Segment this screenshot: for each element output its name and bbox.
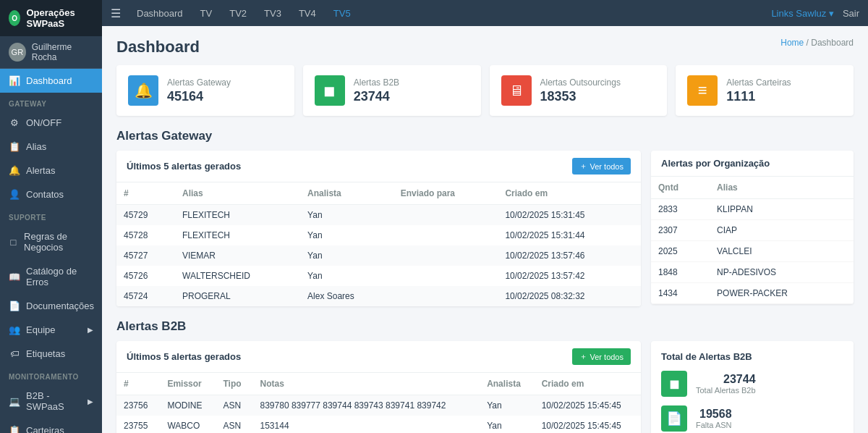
sidebar-item-alias[interactable]: 📋 Alias [0, 135, 102, 159]
stat-value-gateway: 45164 [167, 89, 231, 104]
cell-analista: Yan [300, 225, 393, 245]
org-qntd: 1434 [651, 283, 710, 304]
sidebar-user: GR Guilherme Rocha [0, 36, 102, 69]
sidebar-item-onoff[interactable]: ⚙ ON/OFF [0, 111, 102, 135]
sidebar-item-contatos[interactable]: 👤 Contatos [0, 182, 102, 206]
org-alias: VALCLEI [710, 241, 854, 262]
stat-info-gateway: Alertas Gateway 45164 [167, 77, 231, 104]
cell-criado: 10/02/2025 15:31:44 [498, 225, 641, 245]
stat-icon-gateway: 🔔 [128, 75, 158, 106]
topnav-tv4[interactable]: TV4 [292, 4, 323, 23]
gateway-alerts-card: Últimos 5 alertas gerados ＋ Ver todos # … [116, 151, 641, 306]
breadcrumb: Home / Dashboard [780, 38, 854, 48]
cell-b2b-criado: 10/02/2025 15:45:45 [535, 395, 641, 416]
org-alias: CIAP [710, 220, 854, 241]
cell-criado: 10/02/2025 08:32:32 [498, 286, 641, 306]
cell-b2b-emissor: WABCO [160, 416, 216, 433]
stat-value-carteiras: 1111 [726, 89, 791, 104]
stat-info-carteiras: Alertas Carteiras 1111 [726, 77, 791, 104]
sidebar: O Operações SWPaaS GR Guilherme Rocha 📊 … [0, 0, 102, 433]
sidebar-item-carteiras[interactable]: 📋 Carteiras [0, 419, 102, 433]
documentacoes-icon: 📄 [9, 300, 20, 311]
stat-card-outsourcings: 🖥 Alertas Outsourcings 18353 [490, 65, 668, 116]
sidebar-b2b-label: B2B - SWPaaS [26, 390, 82, 412]
equipe-icon: 👥 [9, 324, 20, 335]
col-alias: Alias [175, 182, 300, 205]
stat-card-carteiras: ≡ Alertas Carteiras 1111 [676, 65, 854, 116]
col-enviado: Enviado para [393, 182, 498, 205]
cell-id: 45728 [116, 225, 175, 245]
cell-analista: Alex Soares [300, 286, 393, 306]
cell-id: 45726 [116, 266, 175, 286]
contatos-icon: 👤 [9, 189, 20, 200]
list-item: 1434 POWER-PACKER [651, 283, 854, 304]
b2b-falta-label: Falta ASN [696, 421, 732, 429]
equipe-arrow-icon: ▶ [88, 326, 93, 334]
b2b-alerts-card: Últimos 5 alertas gerados ＋ Ver todos # … [116, 341, 641, 433]
cell-b2b-tipo: ASN [216, 395, 252, 416]
topnav: ☰ Dashboard TV TV2 TV3 TV4 TV5 Links Saw… [102, 0, 868, 26]
sidebar-item-catalogo[interactable]: 📖 Catálogo de Erros [0, 259, 102, 294]
topnav-tv2[interactable]: TV2 [222, 4, 254, 23]
stat-icon-carteiras: ≡ [687, 75, 718, 106]
cell-b2b-notas: 839780 839777 839744 839743 839741 83974… [253, 395, 480, 416]
sidebar-alertas-label: Alertas [26, 165, 55, 176]
table-row: 45729 FLEXITECH Yan 10/02/2025 15:31:45 [116, 205, 641, 226]
table-row: 45726 WALTERSCHEID Yan 10/02/2025 13:57:… [116, 266, 641, 286]
sidebar-item-alertas[interactable]: 🔔 Alertas [0, 159, 102, 182]
cell-enviado [393, 225, 498, 245]
app-logo: O [9, 10, 20, 26]
catalogo-icon: 📖 [9, 272, 20, 282]
cell-analista: Yan [300, 245, 393, 266]
b2b-stat-row-falta: 📄 19568 Falta ASN [661, 405, 843, 432]
org-qntd: 2307 [651, 220, 710, 241]
org-qntd: 2025 [651, 241, 710, 262]
cell-enviado [393, 245, 498, 266]
gateway-card-header: Últimos 5 alertas gerados ＋ Ver todos [116, 151, 641, 182]
sidebar-item-equipe[interactable]: 👥 Equipe ▶ [0, 318, 102, 342]
hamburger-icon[interactable]: ☰ [111, 7, 121, 20]
main-content: ☰ Dashboard TV TV2 TV3 TV4 TV5 Links Saw… [102, 0, 868, 433]
stat-label-gateway: Alertas Gateway [167, 77, 231, 88]
page-title: Dashboard [116, 38, 200, 56]
cell-b2b-notas: 153144 [253, 416, 480, 433]
sidebar-item-regras[interactable]: □ Regras de Negocios [0, 224, 102, 259]
b2b-table: # Emissor Tipo Notas Analista Criado em … [116, 373, 641, 433]
topnav-tv[interactable]: TV [193, 4, 220, 23]
sidebar-dashboard-label: Dashboard [26, 75, 72, 86]
b2b-stat-row-total: ◼ 23744 Total Alertas B2b [661, 371, 843, 397]
sidebar-item-dashboard[interactable]: 📊 Dashboard [0, 69, 102, 93]
carteiras-icon: 📋 [9, 425, 20, 433]
breadcrumb-home[interactable]: Home [780, 38, 804, 48]
org-table: Qntd Alias 2833 KLIPPAN 2307 CIAP 2025 V… [651, 177, 854, 304]
stat-card-gateway: 🔔 Alertas Gateway 45164 [116, 65, 294, 116]
b2b-total-card: Total de Alertas B2B ◼ 23744 Total Alert… [651, 341, 854, 433]
b2b-card-header: Últimos 5 alertas gerados ＋ Ver todos [116, 341, 641, 373]
user-name: Guilherme Rocha [32, 42, 93, 62]
table-row: 45724 PROGERAL Alex Soares 10/02/2025 08… [116, 286, 641, 306]
b2b-total-info: 23744 Total Alertas B2b [696, 373, 756, 395]
gateway-ver-todos-button[interactable]: ＋ Ver todos [572, 158, 631, 175]
sidebar-onoff-label: ON/OFF [26, 117, 61, 128]
sair-button[interactable]: Sair [843, 8, 859, 19]
topnav-links-label: Links Sawluz ▾ [771, 8, 833, 19]
b2b-section-title: Alertas B2B [116, 319, 854, 334]
stat-card-b2b: ◼ Alertas B2B 23744 [303, 65, 481, 116]
org-alias: POWER-PACKER [710, 283, 854, 304]
sidebar-item-etiquetas[interactable]: 🏷 Etiquetas [0, 342, 102, 366]
sidebar-item-b2b[interactable]: 💻 B2B - SWPaaS ▶ [0, 384, 102, 419]
topnav-dashboard[interactable]: Dashboard [129, 4, 190, 23]
b2b-table-title: Últimos 5 alertas gerados [127, 351, 241, 362]
org-qntd: 1848 [651, 262, 710, 283]
table-row: 45728 FLEXITECH Yan 10/02/2025 15:31:44 [116, 225, 641, 245]
cell-b2b-criado: 10/02/2025 15:45:45 [535, 416, 641, 433]
topnav-tv5[interactable]: TV5 [326, 4, 358, 23]
org-title: Alertas por Organização [661, 158, 770, 169]
sidebar-item-documentacoes[interactable]: 📄 Documentações [0, 294, 102, 318]
b2b-ver-todos-button[interactable]: ＋ Ver todos [572, 348, 631, 365]
topnav-tv3[interactable]: TV3 [257, 4, 289, 23]
col-id: # [116, 182, 175, 205]
links-sawluz-link[interactable]: Links Sawluz ▾ [771, 8, 833, 19]
dashboard-icon: 📊 [9, 75, 20, 86]
regras-icon: □ [9, 237, 18, 248]
